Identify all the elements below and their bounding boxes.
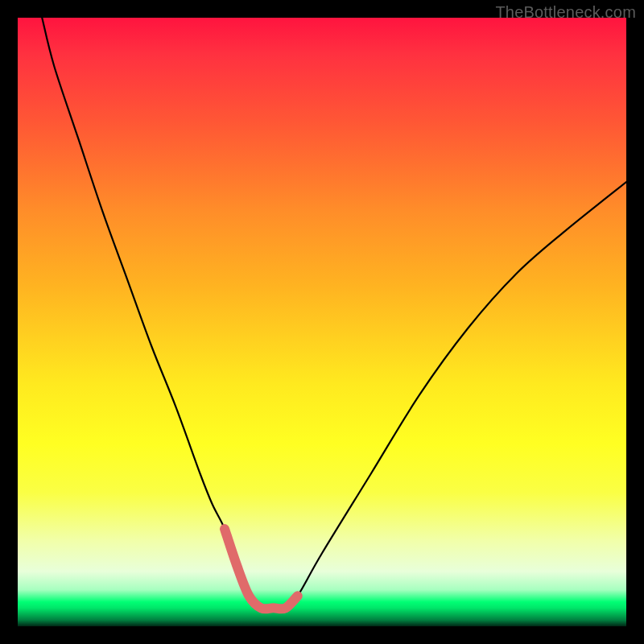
highlight-segment — [225, 529, 298, 609]
main-curve — [42, 18, 626, 609]
watermark-label: TheBottleneck.com — [495, 3, 636, 22]
curve-layer — [18, 18, 626, 626]
chart-frame: TheBottleneck.com — [0, 0, 644, 644]
